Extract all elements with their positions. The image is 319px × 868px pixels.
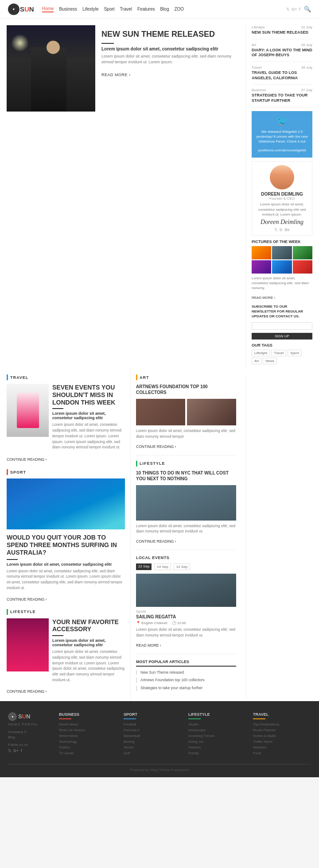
sidebar-category: Lifestyle [252, 25, 265, 29]
footer-business-col: BUSINESS World News Real Life Stories We… [59, 712, 117, 755]
footer-travel-link-3[interactable]: Traffic News [253, 740, 311, 744]
footer-business-link-3[interactable]: Technology [59, 740, 117, 744]
footer-company-link[interactable]: Company 5 [8, 730, 52, 734]
footer-sport-link-3[interactable]: Boxing [124, 740, 182, 744]
google-plus-icon[interactable]: G+ [292, 7, 297, 12]
footer-lifestyle-link-0[interactable]: Health [188, 722, 246, 726]
footer-sport-link-0[interactable]: Football [124, 722, 182, 726]
footer-gplus-icon[interactable]: G+ [13, 748, 19, 753]
art-continue[interactable]: CONTINUE READING› [136, 444, 176, 449]
footer-travel-link-1[interactable]: Route Planner [253, 728, 311, 732]
sport-title: WOULD YOU QUIT YOUR JOB TO SPEND THREE M… [7, 534, 125, 556]
newsletter-signup-button[interactable]: SIGN UP [252, 333, 312, 339]
tag-travel[interactable]: Travel [271, 350, 286, 356]
footer-brand: ● SUN NEWS PORTAL Company 5 Blog Follow … [8, 712, 52, 755]
header-social: 𝕏 G+ f [286, 7, 300, 12]
picture-thumb-3 [293, 246, 312, 259]
lifestyle-left-title: YOUR NEW FAVORITE ACCESSORY [52, 618, 125, 633]
sidebar-title-2: DIARY: A LOOK INTO THE MIND OF JOSEPH BE… [252, 48, 312, 58]
footer-lifestyle-link-2[interactable]: Incoming Trends [188, 734, 246, 738]
art-label: ART [140, 375, 149, 380]
footer-facebook-icon[interactable]: f [21, 748, 22, 753]
lifestyle-left-image [7, 618, 49, 671]
nav-home[interactable]: Home [42, 6, 54, 12]
footer-lifestyle-link-3[interactable]: Doing out [188, 740, 246, 744]
footer-twitter-icon[interactable]: 𝕏 [8, 748, 11, 753]
travel-subtitle: Lorem ipsum dolor sit amet, consetetur s… [52, 411, 125, 420]
event-tab-3[interactable]: 12 Sep [174, 563, 190, 570]
picture-thumb-1 [252, 246, 271, 259]
travel-title: SEVEN EVENTS YOU SHOULDN'T MISS IN LONDO… [52, 384, 125, 406]
lifestyle-center-text: Lorem ipsum dolor sit amet, consetetur s… [136, 523, 236, 535]
footer-sport-link-4[interactable]: Tennis [124, 745, 182, 749]
art-text: Lorem ipsum dolor sit amet, consetetur s… [136, 428, 236, 440]
event-tab-1[interactable]: 22 Sep [136, 563, 152, 570]
events-label: LOCAL EVENTS [136, 556, 236, 560]
footer-sport-link-1[interactable]: Formula 1 [124, 728, 182, 732]
footer-lifestyle-link-4[interactable]: Fashion [188, 745, 246, 749]
footer-travel-title: TRAVEL [253, 712, 311, 717]
event-tab-2[interactable]: 14 Sep [154, 563, 171, 570]
footer-business-link-0[interactable]: World News [59, 722, 117, 726]
footer-business-link-2[interactable]: Weird News [59, 734, 117, 738]
twitter-icon[interactable]: 𝕏 [286, 7, 289, 12]
tag-news[interactable]: News [263, 358, 277, 364]
author-twitter-icon[interactable]: 𝕏 [274, 228, 277, 232]
event-location-icon: 📍 English Channel [136, 621, 167, 625]
art-section: ART ARTNEWS FOUNDATION TOP 100 COLLECTOR… [136, 374, 236, 455]
nav-travel[interactable]: Travel [120, 7, 132, 12]
footer-lifestyle-title: LIFESTYLE [188, 712, 246, 717]
footer-business-links: World News Real Life Stories Weird News … [59, 722, 117, 755]
tag-art[interactable]: Art [252, 358, 261, 364]
tag-sport[interactable]: Sport [288, 350, 301, 356]
footer-travel-link-0[interactable]: Top Destinations [253, 722, 311, 726]
lifestyle-left-continue[interactable]: CONTINUE READING› [7, 689, 47, 694]
nav-features[interactable]: Features [137, 7, 155, 12]
author-name: DOREEN DEIMLING [256, 192, 308, 197]
footer-sport-link-5[interactable]: Golf [124, 751, 182, 755]
twitter-link[interactable]: yootheme.com/demo/widgetkit [258, 148, 306, 152]
footer-lifestyle-link-5[interactable]: Family [188, 751, 246, 755]
sidebar-date-4: 27 July [301, 88, 312, 92]
header: ● SUN Home Business Lifestyle Sport Trav… [0, 0, 319, 19]
footer-lifestyle-link-1[interactable]: Horoscope [188, 728, 246, 732]
logo[interactable]: ● SUN [8, 4, 34, 15]
hero-read-more[interactable]: READ MORE› [101, 73, 131, 77]
search-icon[interactable]: 🔍 [304, 6, 311, 12]
event-category: Sports [136, 610, 236, 613]
footer-lifestyle-col: LIFESTYLE Health Horoscope Incoming Tren… [188, 712, 246, 755]
footer-sport-link-2[interactable]: Basketball [124, 734, 182, 738]
popular-item-3: Strategies to take your startup further [136, 686, 236, 691]
nav-business[interactable]: Business [59, 7, 77, 12]
footer-travel-link-4[interactable]: Weather [253, 745, 311, 749]
author-behance-icon[interactable]: Be [284, 228, 289, 232]
pictures-read-more[interactable]: READ MORE› [252, 296, 275, 300]
footer-travel-link-5[interactable]: Food [253, 751, 311, 755]
footer-business-link-1[interactable]: Real Life Stories [59, 728, 117, 732]
sidebar-category-4: Business [252, 88, 266, 92]
popular-section: MOST POPULAR ARTICLES New Sun Theme rele… [136, 660, 236, 691]
nav-lifestyle[interactable]: Lifestyle [82, 7, 99, 12]
footer-business-link-5[interactable]: TV Guide [59, 751, 117, 755]
tags-widget: OUR TAGS Lifestyle Travel Sport Art News [252, 343, 312, 364]
event-read-more[interactable]: READ MORE› [136, 643, 161, 648]
twitter-text: We released Widgetkit 2.5 yesterday! It … [256, 129, 308, 144]
footer-blog-link[interactable]: Blog [8, 735, 52, 739]
footer-copyright: Powered by Warp Theme Framework [8, 768, 311, 772]
lifestyle-center-continue[interactable]: CONTINUE READING› [136, 539, 176, 544]
nav-zoo[interactable]: ZOO [174, 7, 184, 12]
center-column: ART ARTNEWS FOUNDATION TOP 100 COLLECTOR… [131, 368, 241, 701]
nav-blog[interactable]: Blog [160, 7, 169, 12]
footer-travel-link-2[interactable]: Hotels & B&Bs [253, 734, 311, 738]
footer-business-link-4[interactable]: Politics [59, 745, 117, 749]
tag-lifestyle[interactable]: Lifestyle [252, 350, 270, 356]
sport-continue[interactable]: CONTINUE READING› [7, 597, 47, 602]
author-blog-icon[interactable]: 𝕓 [280, 228, 282, 232]
lifestyle-center-section: LIFESTYLE 10 THINGS TO DO IN NYC THAT WI… [136, 461, 236, 551]
newsletter-input[interactable] [252, 322, 312, 330]
travel-continue[interactable]: CONTINUE READING› [7, 457, 47, 462]
picture-thumb-2 [272, 246, 292, 259]
facebook-icon[interactable]: f [299, 7, 300, 12]
nav-sport[interactable]: Sport [104, 7, 115, 12]
sidebar-title: NEW SUN THEME RELEASED [252, 30, 312, 35]
